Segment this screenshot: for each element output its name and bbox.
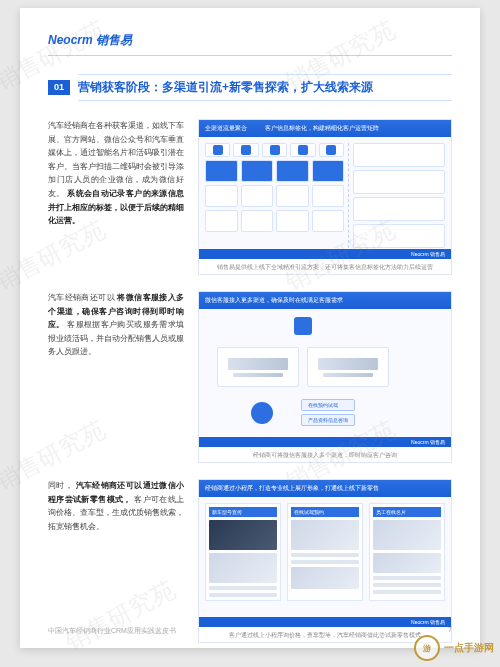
car-thumb <box>291 567 359 589</box>
fig1-h2: 客户信息标签化，构建精细化客户运营矩阵 <box>265 124 379 133</box>
para2-t1: 汽车经销商还可以 <box>48 293 115 302</box>
figure-2-body: 在线预约试驾 产品资料信息咨询 <box>199 309 451 437</box>
figure-1: 全渠道流量聚合 客户信息标签化，构建精细化客户运营矩阵 <box>198 119 452 275</box>
miniapp-col-1: 新车型号宣传 <box>205 503 281 601</box>
footer-title: 中国汽车经销商行业CRM应用实践蓝皮书 <box>48 626 176 636</box>
fig1-h1: 全渠道流量聚合 <box>205 124 247 133</box>
figure-1-footer: Neocrm 销售易 <box>199 249 451 259</box>
figure-1-header: 全渠道流量聚合 客户信息标签化，构建精细化客户运营矩阵 <box>199 120 451 137</box>
col3-header: 员工在线名片 <box>373 507 441 517</box>
card-tile <box>205 185 238 207</box>
qr-tile <box>241 160 274 182</box>
channel-tile <box>233 143 258 157</box>
chat-card <box>217 347 299 387</box>
content-row-2: 汽车经销商还可以 将微信客服接入多个渠道，确保客户咨询时得到即时响应。 客服根据… <box>48 291 452 463</box>
action-button: 产品资料信息咨询 <box>301 414 355 426</box>
figure-2-header: 微信客服接入更多渠道，确保及时在线满足客服需求 <box>199 292 451 309</box>
figure-2-caption: 经销商可将微信客服接入多个渠道，即时响应客户咨询 <box>199 447 451 462</box>
channel-tile <box>262 143 287 157</box>
para1-text: 汽车经销商在各种获客渠道，如线下车展、官方网站、微信公众号和汽车垂直媒体上，通过… <box>48 121 184 198</box>
channel-tile <box>290 143 315 157</box>
service-icon <box>251 402 273 424</box>
car-thumb <box>291 520 359 550</box>
tag-panel <box>353 197 445 221</box>
card-tile <box>241 210 274 232</box>
section-title: 营销获客阶段：多渠道引流+新零售探索，扩大线索来源 <box>78 74 452 101</box>
miniapp-col-3: 员工在线名片 <box>369 503 445 601</box>
card-tile <box>312 185 345 207</box>
fig2-h1: 微信客服接入更多渠道，确保及时在线满足客服需求 <box>205 296 343 305</box>
card-tile <box>241 185 274 207</box>
chat-card <box>307 347 389 387</box>
paragraph-1: 汽车经销商在各种获客渠道，如线下车展、官方网站、微信公众号和汽车垂直媒体上，通过… <box>48 119 184 228</box>
figure-3: 经销商通过小程序，打造专业线上展厅形象，打通线上线下新零售 新车型号宣传 在线试… <box>198 479 452 643</box>
tag-panel <box>353 143 445 167</box>
car-thumb <box>209 520 277 550</box>
car-thumb <box>373 520 441 550</box>
brand-header: Neocrm 销售易 <box>48 32 452 56</box>
tag-panel <box>353 224 445 248</box>
card-tile <box>276 185 309 207</box>
fig3-h1: 经销商通过小程序，打造专业线上展厅形象，打通线上线下新零售 <box>205 484 379 493</box>
badge-icon: 游 <box>414 635 440 661</box>
site-name: 一点手游网 <box>444 641 494 655</box>
qr-tile <box>312 160 345 182</box>
card-tile <box>276 210 309 232</box>
page-footer: 中国汽车经销商行业CRM应用实践蓝皮书 7 <box>48 626 452 636</box>
figure-1-body <box>199 137 451 249</box>
para2-t2: 客服根据客户购买或服务需求填报业绩活码，并自动分配销售人员或服务人员跟进。 <box>48 320 184 356</box>
qr-tile <box>205 160 238 182</box>
document-page: Neocrm 销售易 01 营销获客阶段：多渠道引流+新零售探索，扩大线索来源 … <box>20 8 480 648</box>
section-header: 01 营销获客阶段：多渠道引流+新零售探索，扩大线索来源 <box>48 74 452 101</box>
figure-1-caption: 销售易提供线上线下全域精准引流方案，还可将集客信息标签化方法助力后续运营 <box>199 259 451 274</box>
site-watermark: 游 一点手游网 <box>414 635 494 661</box>
content-row-1: 汽车经销商在各种获客渠道，如线下车展、官方网站、微信公众号和汽车垂直媒体上，通过… <box>48 119 452 275</box>
channel-tile <box>205 143 230 157</box>
paragraph-3: 同时， 汽车经销商还可以通过微信小程序尝试新零售模式， 客户可在线上询价格、查车… <box>48 479 184 533</box>
section-number: 01 <box>48 80 70 95</box>
para1-bold: 系统会自动记录客户的来源信息并打上相应的标签，以便于后续的精细化运营。 <box>48 189 184 225</box>
figure-2-footer: Neocrm 销售易 <box>199 437 451 447</box>
qr-tile <box>276 160 309 182</box>
tag-panel <box>353 170 445 194</box>
col2-header: 在线试驾预约 <box>291 507 359 517</box>
paragraph-2: 汽车经销商还可以 将微信客服接入多个渠道，确保客户咨询时得到即时响应。 客服根据… <box>48 291 184 359</box>
para3-t1: 同时， <box>48 481 73 490</box>
figure-2: 微信客服接入更多渠道，确保及时在线满足客服需求 <box>198 291 452 463</box>
card-tile <box>205 210 238 232</box>
miniapp-col-2: 在线试驾预约 <box>287 503 363 601</box>
content-row-3: 同时， 汽车经销商还可以通过微信小程序尝试新零售模式， 客户可在线上询价格、查车… <box>48 479 452 643</box>
figure-3-header: 经销商通过小程序，打造专业线上展厅形象，打通线上线下新零售 <box>199 480 451 497</box>
figure-3-body: 新车型号宣传 在线试驾预约 员工在线名片 <box>199 497 451 617</box>
avatar-icon <box>294 317 312 335</box>
channel-tile <box>319 143 344 157</box>
card-tile <box>312 210 345 232</box>
car-thumb <box>209 553 277 583</box>
col1-header: 新车型号宣传 <box>209 507 277 517</box>
car-thumb <box>373 553 441 573</box>
action-button: 在线预约试驾 <box>301 399 355 411</box>
